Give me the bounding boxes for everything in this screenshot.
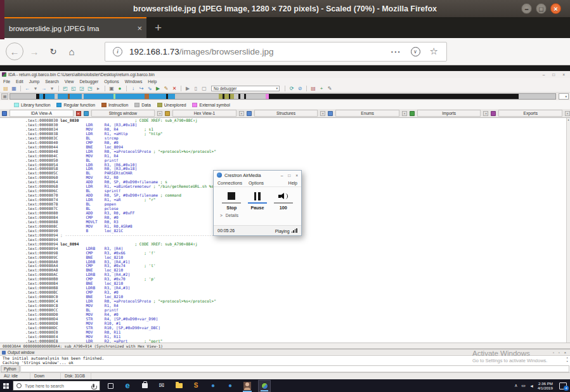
- ida-menu-help: Help: [148, 79, 157, 84]
- tab-ida-view-a: IDA View-A: [10, 110, 74, 117]
- back-button[interactable]: ←: [6, 42, 23, 60]
- start-button-icon: [0, 379, 11, 392]
- minimize-button[interactable]: –: [521, 3, 532, 14]
- ida-toolbar: ▤▦←▾→▾◰◱◲◳▸▣●↓↪⇘▶✎✕▶▯▢No debugger▾⟳⊘▤+✎: [0, 84, 570, 93]
- tab-close-icon: ×: [157, 111, 162, 116]
- ida-close-icon: ×: [562, 72, 565, 77]
- clock-date: 4/1/2019: [538, 386, 553, 390]
- legend-item: External symbol: [192, 103, 230, 107]
- ida-icon: [258, 380, 271, 392]
- stop-button: Stop: [221, 191, 242, 211]
- screen: browserslide.jpg (JPEG Image, 1280 × 720…: [0, 0, 570, 392]
- output-scrollbar: ▴ ▾: [565, 356, 569, 365]
- legend-item: Library function: [14, 103, 50, 107]
- details-label: Details: [226, 213, 238, 218]
- airmedia-title: Crestron AirMedia: [224, 173, 261, 178]
- legend-label: External symbol: [199, 103, 230, 107]
- ida-maximize-icon: □: [552, 72, 555, 77]
- python-console-row: Python: [0, 365, 570, 372]
- airmedia-maximize-icon: □: [288, 173, 290, 178]
- legend-label: Data: [141, 103, 150, 107]
- output-window-icon: [2, 351, 6, 355]
- reload-button[interactable]: ↻: [46, 42, 61, 60]
- legend-label: Unexplored: [164, 103, 186, 107]
- bookmark-star-icon[interactable]: ☆: [430, 46, 438, 57]
- exports-icon: [491, 111, 496, 116]
- site-info-icon[interactable]: i: [113, 47, 122, 56]
- volume-button: 100: [273, 191, 294, 211]
- output-log: The initial autoanalysis has been finish…: [0, 356, 570, 365]
- page-actions-icon[interactable]: ···: [391, 47, 401, 56]
- ida-menu-search: Search: [45, 79, 59, 84]
- scroll-up-icon: ▴: [567, 118, 569, 121]
- url-actions: ··· ∨ ☆: [391, 46, 446, 57]
- tab-browserslide[interactable]: browserslide.jpg (JPEG Ima ×: [4, 17, 146, 38]
- toolbar-separator: [285, 86, 285, 91]
- output-float-icon: ▫: [559, 351, 560, 355]
- tab-close-icon[interactable]: ×: [137, 23, 142, 33]
- jump-forward-icon: →: [41, 86, 47, 91]
- airmedia-close-icon: ×: [295, 173, 298, 178]
- tab-hex-view-1: Hex View-1: [172, 110, 236, 117]
- forward-button[interactable]: →: [27, 42, 42, 60]
- ida-menu-file: File: [3, 79, 10, 84]
- output-restore-icon: ▫: [553, 351, 554, 355]
- pocket-icon[interactable]: ∨: [411, 47, 420, 56]
- output-close-icon: ×: [564, 351, 566, 355]
- playing-label: Playing: [275, 229, 290, 233]
- toolbar-separator: [126, 86, 127, 91]
- edge-icon: e: [121, 380, 134, 392]
- ida-menu-options: Options: [104, 79, 119, 84]
- airmedia-dialog: Crestron AirMedia – □ × Connections Opti…: [213, 170, 302, 236]
- window-controls: – □ ×: [521, 3, 561, 14]
- airmedia-window-controls: – □ ×: [281, 173, 298, 178]
- band-legend: Library functionRegular functionInstruct…: [0, 100, 570, 109]
- new-tab-button[interactable]: +: [146, 17, 170, 38]
- tab-close-icon: ×: [76, 111, 81, 116]
- microphone-icon: [93, 384, 94, 388]
- playback-state: Playing: [275, 228, 297, 233]
- pause-icon: [254, 191, 261, 201]
- crestron-logo-icon: [217, 173, 222, 178]
- tab-title-fade: [113, 20, 130, 38]
- legend-swatch: [134, 103, 139, 107]
- windows-taskbar: Type here to search e✉S●● ∧ ▭ ◄ 2:36 PM …: [0, 379, 570, 392]
- taskbar-icons: e✉S●●: [104, 379, 271, 392]
- output-statusbar: AU: idleDownDisk: 31GB: [0, 372, 570, 379]
- output-status-cell: AU: idle: [0, 373, 30, 379]
- output-window-controls: ▫ ▫ ×: [553, 351, 570, 355]
- close-button[interactable]: ×: [550, 3, 561, 14]
- maximize-button[interactable]: □: [536, 3, 547, 14]
- elapsed-time: 00:05:26: [217, 228, 235, 233]
- next-window-icon: ▸: [95, 86, 101, 91]
- attach-icon: ▶: [155, 86, 161, 91]
- page-image-browserslide[interactable]: IDA - return.cgi.barco.bin C:\Users\albi…: [0, 65, 570, 392]
- jump-back-icon: ←: [24, 86, 30, 91]
- output-status-cell: Down: [30, 373, 61, 379]
- speaker-icon: [278, 191, 288, 201]
- legend-swatch: [101, 103, 107, 107]
- step-over-icon: ↪: [138, 86, 145, 91]
- vnc-viewer-icon-2: ●: [224, 380, 236, 392]
- tab-enums: Enums: [335, 110, 399, 117]
- annotation-highlight: [138, 39, 309, 65]
- hidden-icons-chevron: ∧: [514, 383, 517, 388]
- volume-muted-icon: ◄: [529, 384, 534, 388]
- system-tray: ∧ ▭ ◄ 2:36 PM 4/1/2019 4: [514, 381, 570, 390]
- toolbar-separator: [105, 86, 105, 91]
- legend-label: Library function: [21, 103, 50, 107]
- combo-arrow-icon: ▾: [276, 86, 279, 90]
- cortana-icon: [16, 383, 22, 388]
- tab-close-icon: ×: [320, 111, 325, 116]
- clock-time: 2:36 PM: [538, 381, 553, 386]
- ida-menu-edit: Edit: [16, 79, 23, 84]
- ida-menu-view: View: [65, 79, 74, 84]
- ida-menu-jump: Jump: [29, 79, 40, 84]
- toolbar-separator: [181, 86, 181, 91]
- strings-window-icon: [84, 111, 89, 116]
- legend-item: Regular function: [56, 103, 95, 107]
- ida-titlebar: IDA - return.cgi.barco.bin C:\Users\albi…: [0, 71, 570, 78]
- home-button[interactable]: ⌂: [64, 42, 79, 60]
- airmedia-menubar: Connections Options Help: [214, 180, 301, 187]
- airmedia-statusbar: 00:05:26 Playing: [214, 225, 301, 235]
